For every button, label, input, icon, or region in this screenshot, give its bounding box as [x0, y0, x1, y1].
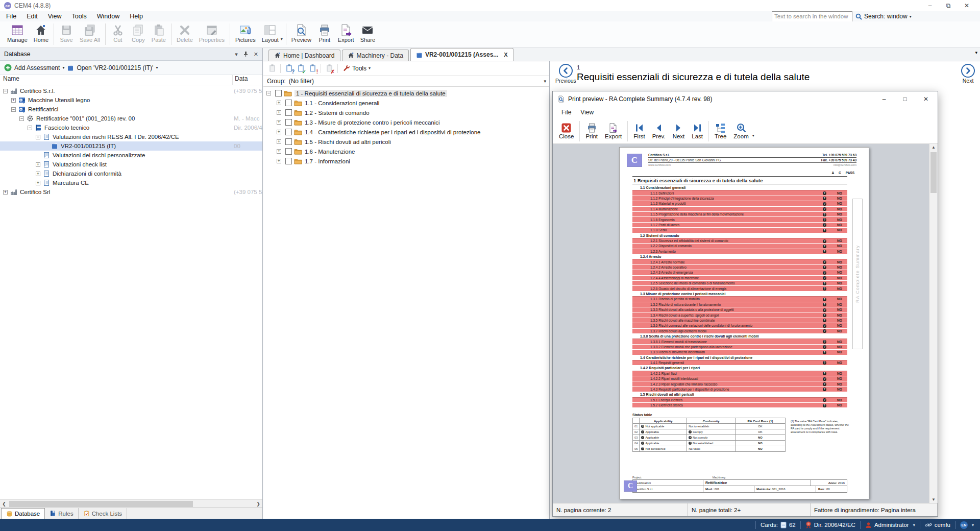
pp-zoom-button[interactable]: Zoom	[730, 122, 752, 140]
tree-expander-icon[interactable]: +	[36, 162, 40, 167]
tab-database[interactable]: Database	[1, 508, 45, 519]
menu-item[interactable]: View	[43, 12, 67, 21]
tree-expander-icon[interactable]: +	[277, 139, 281, 144]
tree-expander-icon[interactable]: +	[277, 149, 281, 154]
group-filter-row[interactable]: Group: (No filter) ▾	[263, 76, 549, 87]
preview-close-button[interactable]: ✕	[917, 94, 935, 104]
pp-export-button[interactable]: Export	[601, 122, 625, 140]
cut-button[interactable]: Cut	[108, 23, 128, 43]
card-plain-button[interactable]	[267, 63, 277, 74]
tree-expander-icon[interactable]: +	[277, 130, 281, 134]
card-comply-button[interactable]: ✓	[296, 63, 306, 74]
tree-expander-icon[interactable]: −	[3, 89, 8, 93]
tree-item[interactable]: −Rettificatrice "001" (001_2016) rev. 00…	[0, 114, 262, 123]
save-all-button[interactable]: Save All	[77, 23, 103, 43]
preview-scroll-thumb[interactable]	[930, 152, 937, 193]
manage-button[interactable]: Manage	[4, 23, 31, 43]
tools-caret[interactable]: ▾	[369, 66, 371, 70]
tree-item[interactable]: −VR2-001/001215 (IT)00	[0, 141, 262, 151]
tree-expander-icon[interactable]: −	[36, 135, 40, 139]
preview-maximize-button[interactable]: □	[896, 94, 914, 104]
tree-item[interactable]: +Marcatura CE	[0, 178, 262, 187]
tree-expander-icon[interactable]: +	[36, 181, 40, 185]
user-menu-caret[interactable]: ▾	[913, 523, 915, 527]
tree-item[interactable]: −Valutazioni dei rischi personalizzate	[0, 151, 262, 160]
tab-home-dashboard[interactable]: Home | Dashboard	[268, 50, 340, 61]
connection-indicator[interactable]: cemfu	[925, 522, 950, 528]
user-menu[interactable]: Administrator ▾	[865, 522, 915, 528]
open-assessment-button[interactable]: Open 'VR2-001/001215 (IT)'	[77, 64, 153, 71]
scroll-right-icon[interactable]: ❯	[254, 501, 262, 506]
tree-item[interactable]: +Valutazioni check list	[0, 160, 262, 169]
pin-icon[interactable]	[243, 51, 249, 58]
pp-close-button[interactable]: Close	[555, 122, 577, 140]
tree-expander-icon[interactable]: +	[277, 120, 281, 125]
group-filter-value[interactable]: (No filter)	[289, 78, 314, 85]
menu-item[interactable]: Help	[125, 12, 148, 21]
tree-expander-icon[interactable]: +	[3, 190, 8, 195]
requirement-checkbox[interactable]	[285, 148, 292, 155]
tree-item[interactable]: +Dichiarazioni di conformità	[0, 169, 262, 178]
language-selector[interactable]: EN ▾	[960, 521, 974, 529]
pp-menu-item[interactable]: View	[576, 108, 598, 117]
layout-dropdown-caret[interactable]: ▾	[281, 37, 283, 41]
column-data[interactable]: Data	[232, 75, 262, 85]
requirement-checkbox[interactable]	[285, 119, 292, 126]
requirement-checkbox[interactable]	[285, 138, 292, 145]
tree-item[interactable]: −Valutazioni dei rischi RESS All. I Dir.…	[0, 132, 262, 141]
directive-indicator[interactable]: Dir. 2006/42/EC	[805, 521, 855, 529]
requirement-checkbox[interactable]	[285, 158, 292, 164]
requirement-node[interactable]: +1.5 - Rischi dovuti ad altri pericoli	[263, 137, 549, 147]
scroll-up-icon[interactable]: ▲	[929, 145, 938, 150]
requirement-node[interactable]: +1.7 - Informazioni	[263, 156, 549, 166]
preview-vertical-scrollbar[interactable]: ▲ ▼	[929, 144, 938, 503]
tab-check-lists[interactable]: Check Lists	[79, 508, 127, 519]
tree-expander-icon[interactable]: −	[266, 91, 271, 95]
tree-expander-icon[interactable]: +	[277, 101, 281, 105]
scroll-left-icon[interactable]: ❮	[0, 501, 8, 506]
menu-item[interactable]: Tools	[67, 12, 92, 21]
tab-close-icon[interactable]: X	[504, 52, 507, 58]
copy-button[interactable]: Copy	[128, 23, 149, 43]
home-button[interactable]: Home	[31, 23, 52, 43]
print-preview-titlebar[interactable]: Print preview - RA Complete Summary (4.7…	[553, 91, 938, 106]
menu-item[interactable]: Window	[92, 12, 125, 21]
tree-expander-icon[interactable]: +	[277, 159, 281, 163]
paste-button[interactable]: Paste	[149, 23, 169, 43]
menu-item[interactable]: File	[1, 12, 21, 21]
tree-expander-icon[interactable]: +	[277, 110, 281, 115]
search-window-button[interactable]: Search: window ▾	[855, 13, 912, 20]
pp-prev-button[interactable]: Prev.	[649, 122, 669, 140]
add-assessment-button[interactable]: Add Assessment	[14, 64, 60, 71]
language-caret[interactable]: ▾	[972, 523, 974, 527]
tab-assessment[interactable]: VR2-001/001215 (Asses... X	[410, 48, 513, 61]
tree-expander-icon[interactable]: +	[36, 172, 40, 176]
export-button[interactable]: Export	[335, 23, 357, 43]
card-question-button[interactable]: ?	[284, 63, 294, 74]
next-button[interactable]: Next	[961, 64, 975, 84]
tree-item[interactable]: −Fascicolo tecnicoDir. 2006/4	[0, 123, 262, 132]
tree-item[interactable]: −Certifico S.r.l.(+39 075 5	[0, 86, 262, 95]
group-filter-caret-icon[interactable]: ▾	[544, 79, 546, 84]
previous-button[interactable]: Previous	[555, 64, 576, 84]
search-dropdown-caret[interactable]: ▾	[910, 14, 912, 19]
requirement-node[interactable]: +1.4 - Caratteristiche richieste per i r…	[263, 127, 549, 137]
tree-expander-icon[interactable]: +	[11, 98, 16, 103]
tab-rules[interactable]: Rules	[45, 508, 78, 519]
open-assessment-caret[interactable]: ▾	[156, 65, 158, 70]
tree-item[interactable]: +Macchine Utensili legno	[0, 95, 262, 105]
requirement-checkbox[interactable]	[275, 90, 282, 96]
share-button[interactable]: Share	[357, 23, 378, 43]
pp-first-button[interactable]: First	[630, 122, 648, 140]
requirement-checkbox[interactable]	[285, 129, 292, 135]
card-not-comply-button[interactable]: !	[307, 63, 317, 74]
panel-close-icon[interactable]: ✕	[254, 51, 258, 58]
panel-menu-caret-icon[interactable]: ▾	[235, 51, 238, 58]
pp-print-button[interactable]: Print	[582, 122, 601, 140]
card-remove-button[interactable]: ✗	[324, 63, 334, 74]
requirement-node[interactable]: +1.2 - Sistemi di comando	[263, 108, 549, 117]
horizontal-scrollbar[interactable]: ❮ ❯	[0, 499, 262, 508]
pp-menu-item[interactable]: File	[557, 108, 576, 117]
tree-item[interactable]: +Certifico Srl(+39 075 5	[0, 187, 262, 197]
pp-next-button[interactable]: Next	[669, 122, 689, 140]
